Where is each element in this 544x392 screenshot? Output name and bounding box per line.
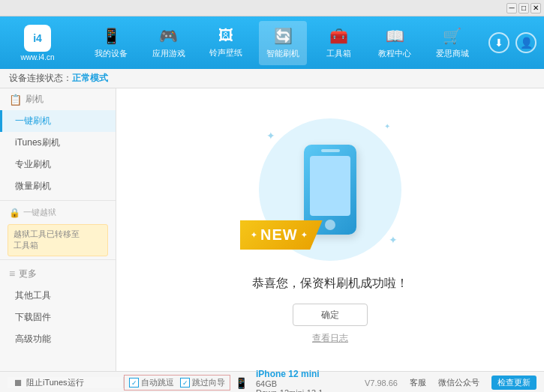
skip-wizard-checkbox[interactable]: ✓ 跳过向导 <box>180 377 225 388</box>
tutorial-icon: 📖 <box>386 27 404 45</box>
itunes-label: 阻止iTunes运行 <box>26 377 84 388</box>
more-section-icon: ≡ <box>9 268 15 280</box>
flash-icon: 🔄 <box>274 27 293 45</box>
toolbox-icon: 🧰 <box>329 27 348 45</box>
content-area: ✦ ✦ ✦ NEW 恭喜您，保资料刷机成功啦！ 确定 查看日志 <box>116 88 544 371</box>
phone-screen <box>310 156 350 216</box>
nav-smart-flash-label: 智能刷机 <box>266 48 299 59</box>
sidebar-warning-box: 越狱工具已转移至工具箱 <box>8 224 108 256</box>
sidebar-section-flash-label: 刷机 <box>26 93 44 106</box>
nav-bar: 📱 我的设备 🎮 应用游戏 🖼 铃声壁纸 🔄 智能刷机 🧰 工具箱 📖 教程中心… <box>83 21 481 65</box>
flash-section-icon: 📋 <box>9 94 22 106</box>
phone-speaker <box>321 149 340 152</box>
nav-shop-label: 爱思商城 <box>436 48 469 59</box>
phone-home-btn <box>325 220 335 230</box>
itunes-bar: ⏹ 阻止iTunes运行 <box>8 377 124 388</box>
secondary-link[interactable]: 查看日志 <box>312 332 348 345</box>
auto-jump-check-box[interactable]: ✓ <box>129 378 139 388</box>
nav-tutorial[interactable]: 📖 教程中心 <box>371 21 419 65</box>
status-value: 正常模式 <box>72 72 108 85</box>
nav-toolbox[interactable]: 🧰 工具箱 <box>317 21 362 65</box>
sidebar-item-one-click-flash[interactable]: 一键刷机 <box>0 110 116 132</box>
logo-area: i4 www.i4.cn <box>8 25 68 61</box>
close-button[interactable]: ✕ <box>530 3 541 13</box>
nav-my-device[interactable]: 📱 我的设备 <box>87 21 135 65</box>
sidebar-item-advanced[interactable]: 高级功能 <box>0 328 116 350</box>
nav-wallpaper-label: 铃声壁纸 <box>209 47 242 58</box>
minimize-button[interactable]: ─ <box>506 3 517 13</box>
sidebar-item-other-tools[interactable]: 其他工具 <box>0 285 116 307</box>
nav-apps[interactable]: 🎮 应用游戏 <box>145 21 193 65</box>
sidebar-lock-section: 🔒 一键越狱 <box>0 204 116 221</box>
itunes-icon: ⏹ <box>14 377 23 388</box>
bottom-right: V7.98.66 客服 微信公众号 检查更新 <box>365 376 536 390</box>
maximize-button[interactable]: □ <box>518 3 529 13</box>
sidebar-section-flash: 📋 刷机 <box>0 88 116 110</box>
sidebar-section-more-label: 更多 <box>19 268 37 280</box>
skip-wizard-label: 跳过向导 <box>192 377 225 388</box>
checkbox-group: ✓ 自动跳逗 ✓ 跳过向导 <box>124 375 230 391</box>
bottom-bar: ⏹ 阻止iTunes运行 ✓ 自动跳逗 ✓ 跳过向导 📱 iPhone 12 m… <box>0 371 544 392</box>
logo-text: www.i4.cn <box>20 53 54 61</box>
device-storage: 64GB <box>256 379 323 388</box>
main-layout: 📋 刷机 一键刷机 iTunes刷机 专业刷机 微量刷机 🔒 一键越狱 越狱工具… <box>0 88 544 371</box>
sparkle-bottom-right: ✦ <box>389 234 398 246</box>
skip-wizard-check-box[interactable]: ✓ <box>180 378 190 388</box>
nav-tutorial-label: 教程中心 <box>378 48 411 59</box>
sidebar-item-download-firmware[interactable]: 下载固件 <box>0 307 116 328</box>
wechat-link[interactable]: 微信公众号 <box>438 377 479 388</box>
sidebar-item-itunes-flash[interactable]: iTunes刷机 <box>0 132 116 154</box>
nav-smart-flash[interactable]: 🔄 智能刷机 <box>259 21 307 65</box>
download-button[interactable]: ⬇ <box>488 32 509 53</box>
user-button[interactable]: 👤 <box>515 32 536 53</box>
nav-shop[interactable]: 🛒 爱思商城 <box>428 21 476 65</box>
auto-jump-label: 自动跳逗 <box>141 377 174 388</box>
sidebar-divider-1 <box>0 200 116 201</box>
nav-apps-label: 应用游戏 <box>152 48 185 59</box>
sparkle-top-left: ✦ <box>266 130 275 142</box>
confirm-button[interactable]: 确定 <box>293 304 368 326</box>
nav-toolbox-label: 工具箱 <box>326 48 351 59</box>
logo-icon: i4 <box>24 25 51 52</box>
sparkle-top-right: ✦ <box>384 122 390 130</box>
lock-icon: 🔒 <box>9 208 20 218</box>
auto-jump-checkbox[interactable]: ✓ 自动跳逗 <box>129 377 174 388</box>
sidebar-item-micro-flash[interactable]: 微量刷机 <box>0 175 116 197</box>
nav-wallpaper[interactable]: 🖼 铃声壁纸 <box>202 21 250 65</box>
header: i4 www.i4.cn 📱 我的设备 🎮 应用游戏 🖼 铃声壁纸 🔄 智能刷机… <box>0 16 544 69</box>
sidebar-item-pro-flash[interactable]: 专业刷机 <box>0 154 116 175</box>
device-info: iPhone 12 mini 64GB Down-12mini-13,1 <box>256 369 323 393</box>
success-message: 恭喜您，保资料刷机成功啦！ <box>252 276 408 292</box>
header-right: ⬇ 👤 <box>488 32 536 53</box>
device-icon: 📱 <box>235 377 248 389</box>
sidebar-divider-2 <box>0 259 116 260</box>
shop-icon: 🛒 <box>443 27 461 45</box>
device-os: Down-12mini-13,1 <box>256 388 323 393</box>
wallpaper-icon: 🖼 <box>218 27 233 44</box>
device-name: iPhone 12 mini <box>256 369 323 379</box>
new-banner: NEW <box>240 220 323 250</box>
phone-icon: 📱 <box>102 27 121 45</box>
sidebar: 📋 刷机 一键刷机 iTunes刷机 专业刷机 微量刷机 🔒 一键越狱 越狱工具… <box>0 88 116 371</box>
title-bar: ─ □ ✕ <box>0 0 544 16</box>
bottom-left: ✓ 自动跳逗 ✓ 跳过向导 📱 iPhone 12 mini 64GB Down… <box>124 369 365 393</box>
status-prefix: 设备连接状态： <box>9 72 72 85</box>
status-bar: 设备连接状态： 正常模式 <box>0 69 544 88</box>
service-link[interactable]: 客服 <box>410 377 426 388</box>
game-icon: 🎮 <box>159 27 178 45</box>
phone-illustration: ✦ ✦ ✦ NEW <box>255 115 405 265</box>
update-button[interactable]: 检查更新 <box>491 376 536 390</box>
sidebar-section-more: ≡ 更多 <box>0 263 116 285</box>
nav-my-device-label: 我的设备 <box>95 48 128 59</box>
version-text: V7.98.66 <box>365 379 398 388</box>
